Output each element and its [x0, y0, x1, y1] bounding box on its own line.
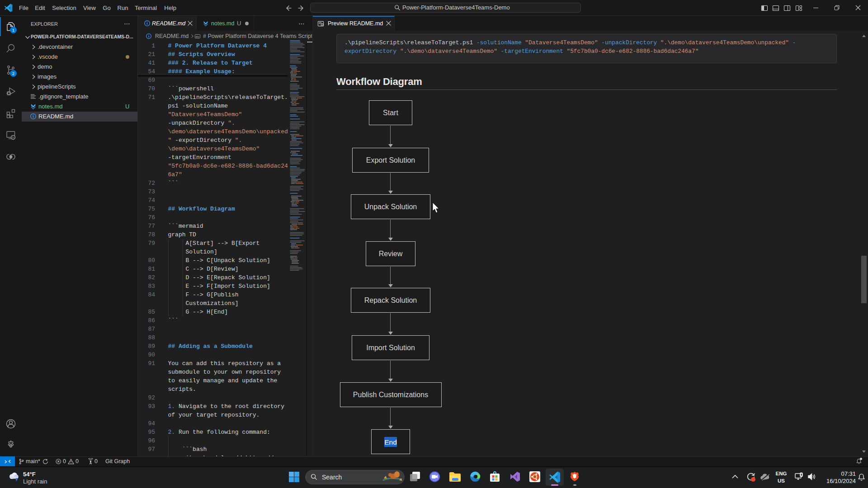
svg-text:abc: abc	[196, 35, 200, 38]
